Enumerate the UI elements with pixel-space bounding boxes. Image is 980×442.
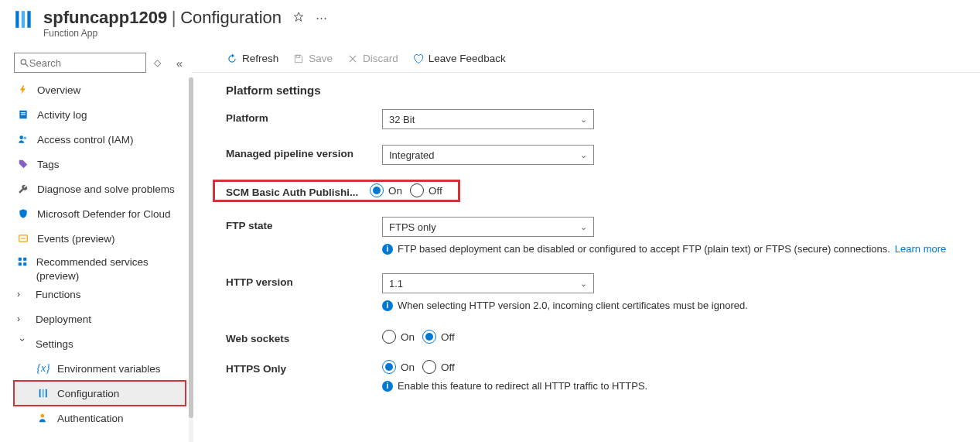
ellipsis-icon: ⋯ xyxy=(316,11,327,24)
wrench-icon xyxy=(17,183,29,195)
ftp-learn-more-link[interactable]: Learn more xyxy=(895,243,946,255)
row-pipeline: Managed pipeline version Integrated ⌄ xyxy=(226,145,965,165)
chevron-down-icon: ⌄ xyxy=(580,150,587,160)
sidebar-item-recommended[interactable]: Recommended services (preview) xyxy=(14,251,186,282)
svg-rect-7 xyxy=(21,114,26,115)
sidebar-group-deployment[interactable]: › Deployment xyxy=(14,307,186,331)
pipeline-select[interactable]: Integrated ⌄ xyxy=(382,145,594,165)
chevron-down-icon: ⌄ xyxy=(580,222,587,232)
page-title: spfuncapp1209 | Configuration xyxy=(43,8,282,28)
scm-radio-off[interactable]: Off xyxy=(410,183,442,197)
info-icon: i xyxy=(382,381,393,392)
row-ftp-state: FTP state FTPS only ⌄ i FTP based deploy… xyxy=(226,217,965,255)
info-icon: i xyxy=(382,300,393,311)
search-expand-toggle[interactable]: ◇ xyxy=(151,57,164,68)
sidebar-scrollbar[interactable] xyxy=(189,77,193,442)
sidebar-item-label: Access control (IAM) xyxy=(37,134,134,146)
person-key-icon xyxy=(37,412,50,424)
sidebar-item-diagnose[interactable]: Diagnose and solve problems xyxy=(14,176,186,201)
ws-radio-off[interactable]: Off xyxy=(422,330,455,344)
radio-label: On xyxy=(388,185,402,197)
sidebar-nav: Overview Activity log Access control (IA… xyxy=(14,77,186,430)
ftp-info-text: FTP based deployment can be disabled or … xyxy=(398,243,890,255)
sidebar-item-access-control[interactable]: Access control (IAM) xyxy=(14,127,186,152)
scm-radio-on[interactable]: On xyxy=(370,183,402,197)
sidebar-item-label: Authentication xyxy=(57,413,124,424)
radio-dot-icon xyxy=(410,183,424,197)
svg-rect-14 xyxy=(24,262,27,266)
chevron-right-icon: › xyxy=(17,314,28,324)
sidebar-group-functions[interactable]: › Functions xyxy=(14,282,186,307)
save-icon xyxy=(292,53,304,64)
sidebar-item-label: Diagnose and solve problems xyxy=(37,183,175,195)
feedback-button[interactable]: Leave Feedback xyxy=(412,53,506,64)
svg-point-18 xyxy=(41,414,45,418)
sidebar-item-authentication[interactable]: Authentication xyxy=(14,406,186,430)
sidebar-item-label: Events (preview) xyxy=(37,233,115,245)
svg-rect-15 xyxy=(39,389,41,398)
refresh-button[interactable]: Refresh xyxy=(226,53,278,64)
lightning-icon xyxy=(17,84,29,96)
radio-label: Off xyxy=(429,185,442,197)
blade-name: Configuration xyxy=(180,8,282,27)
sidebar-item-defender[interactable]: Microsoft Defender for Cloud xyxy=(14,201,186,226)
sidebar-search[interactable] xyxy=(14,53,146,73)
https-radio-off[interactable]: Off xyxy=(422,360,455,374)
svg-rect-0 xyxy=(15,11,19,28)
more-actions-button[interactable]: ⋯ xyxy=(316,11,327,25)
https-info-text: Enable this feature to redirect all HTTP… xyxy=(398,380,647,392)
sidebar-item-events[interactable]: Events (preview) xyxy=(14,226,186,251)
sidebar: ◇ « Overview Activity log Access control… xyxy=(0,46,192,442)
heart-icon xyxy=(412,53,424,64)
chevron-down-icon: ⌄ xyxy=(580,279,587,289)
collapse-sidebar-button[interactable]: « xyxy=(169,57,186,70)
http-value: 1.1 xyxy=(389,278,403,290)
platform-value: 32 Bit xyxy=(389,114,415,125)
search-input[interactable] xyxy=(29,57,141,69)
sidebar-item-label: Microsoft Defender for Cloud xyxy=(37,208,171,220)
title-separator: | xyxy=(172,8,176,27)
refresh-label: Refresh xyxy=(242,53,278,64)
resource-name: spfuncapp1209 xyxy=(43,8,167,27)
ws-radio-on[interactable]: On xyxy=(382,330,415,344)
log-icon xyxy=(17,108,29,121)
svg-rect-17 xyxy=(46,389,47,398)
https-radio-group: On Off xyxy=(382,360,965,374)
star-icon xyxy=(292,11,305,23)
sidebar-item-label: Recommended services (preview) xyxy=(36,255,183,283)
sidebar-item-env-vars[interactable]: {x} Environment variables xyxy=(14,356,186,381)
shield-icon xyxy=(17,207,29,220)
svg-rect-1 xyxy=(22,11,25,28)
row-platform: Platform 32 Bit ⌄ xyxy=(226,109,965,129)
platform-select[interactable]: 32 Bit ⌄ xyxy=(382,109,594,129)
radio-dot-icon xyxy=(422,360,436,374)
sidebar-item-overview[interactable]: Overview xyxy=(14,77,186,102)
scrollbar-thumb[interactable] xyxy=(189,77,193,418)
command-bar: Refresh Save Discard Leave Feedback xyxy=(192,46,980,73)
http-select[interactable]: 1.1 ⌄ xyxy=(382,273,594,293)
grid-icon xyxy=(17,255,29,268)
sidebar-item-activity-log[interactable]: Activity log xyxy=(14,102,186,127)
sidebar-group-settings[interactable]: › Settings xyxy=(14,331,186,356)
radio-label: On xyxy=(401,331,415,343)
sidebar-item-configuration[interactable]: Configuration xyxy=(14,381,186,406)
radio-label: On xyxy=(401,361,415,373)
pipeline-value: Integrated xyxy=(389,149,435,161)
svg-rect-16 xyxy=(43,389,44,398)
svg-point-3 xyxy=(21,60,26,64)
discard-label: Discard xyxy=(363,53,398,64)
section-title: Platform settings xyxy=(226,84,965,97)
sidebar-group-label: Deployment xyxy=(36,314,91,325)
radio-dot-icon xyxy=(370,183,384,197)
http-label: HTTP version xyxy=(226,273,382,288)
ftp-select[interactable]: FTPS only ⌄ xyxy=(382,217,594,237)
sidebar-item-tags[interactable]: Tags xyxy=(14,152,186,176)
https-radio-on[interactable]: On xyxy=(382,360,415,374)
http-info-text: When selecting HTTP version 2.0, incomin… xyxy=(398,300,748,311)
svg-rect-2 xyxy=(27,11,30,28)
https-info: i Enable this feature to redirect all HT… xyxy=(382,380,965,392)
ftp-value: FTPS only xyxy=(389,221,436,233)
favorite-star-button[interactable] xyxy=(292,11,305,26)
chevron-right-icon: › xyxy=(17,289,28,300)
save-label: Save xyxy=(309,53,333,64)
